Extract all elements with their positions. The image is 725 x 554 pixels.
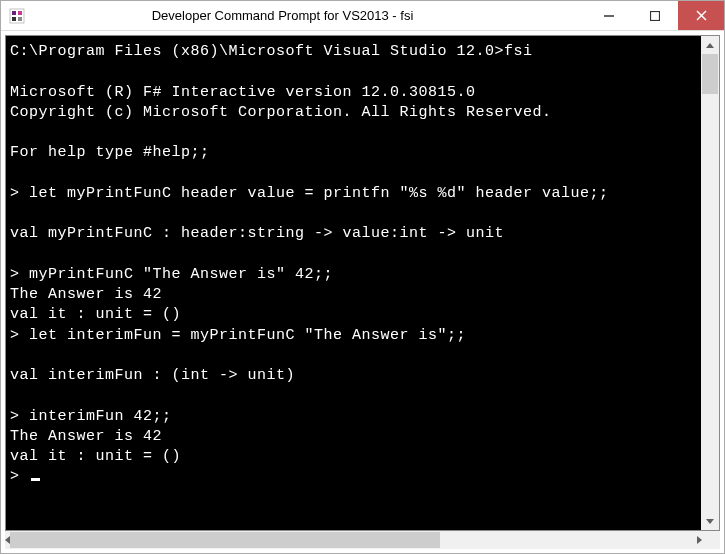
titlebar[interactable]: Developer Command Prompt for VS2013 - fs… [1,1,724,31]
vertical-scroll-track[interactable] [701,54,719,512]
maximize-button[interactable] [632,1,678,30]
horizontal-scrollbar[interactable] [5,531,720,549]
scroll-up-button[interactable] [701,36,719,54]
content-area: C:\Program Files (x86)\Microsoft Visual … [1,31,724,553]
minimize-button[interactable] [586,1,632,30]
close-button[interactable] [678,1,724,30]
scrollbar-corner [702,531,720,549]
horizontal-scroll-track[interactable] [10,531,697,549]
vertical-scrollbar[interactable] [701,36,719,530]
horizontal-scroll-thumb[interactable] [10,532,440,548]
terminal-output[interactable]: C:\Program Files (x86)\Microsoft Visual … [6,36,701,530]
svg-rect-6 [651,11,660,20]
vertical-scroll-thumb[interactable] [702,54,718,94]
window-controls [586,1,724,30]
terminal-wrap: C:\Program Files (x86)\Microsoft Visual … [5,35,720,531]
window-title: Developer Command Prompt for VS2013 - fs… [0,8,586,23]
window: Developer Command Prompt for VS2013 - fs… [1,1,724,553]
terminal-cursor [31,478,40,481]
scroll-down-button[interactable] [701,512,719,530]
